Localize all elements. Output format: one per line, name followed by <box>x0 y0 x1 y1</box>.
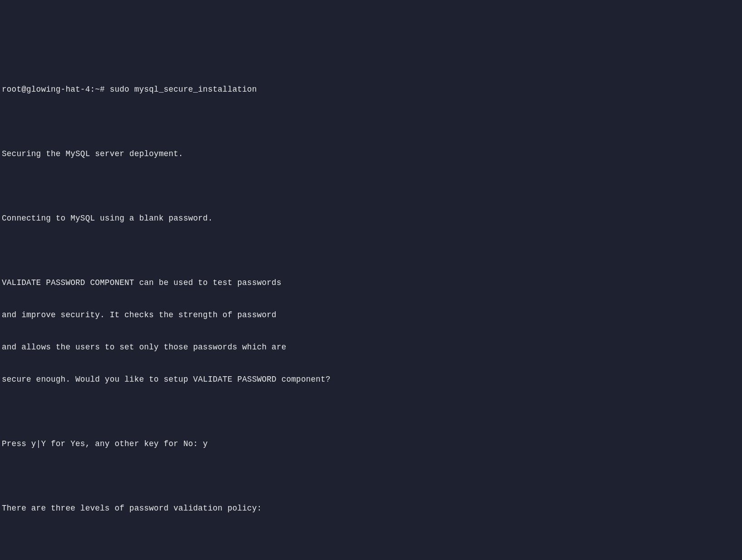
terminal-line: Press y|Y for Yes, any other key for No:… <box>2 436 740 452</box>
terminal-line <box>2 468 740 485</box>
terminal-line: root@glowing-hat-4:~# sudo mysql_secure_… <box>2 82 740 98</box>
terminal-window[interactable]: root@glowing-hat-4:~# sudo mysql_secure_… <box>0 64 742 560</box>
terminal-line <box>2 114 740 130</box>
terminal-line <box>2 178 740 195</box>
terminal-line: secure enough. Would you like to setup V… <box>2 372 740 388</box>
terminal-line: and allows the users to set only those p… <box>2 339 740 356</box>
terminal-line <box>2 404 740 420</box>
terminal-line: Connecting to MySQL using a blank passwo… <box>2 211 740 227</box>
terminal-line: VALIDATE PASSWORD COMPONENT can be used … <box>2 275 740 291</box>
terminal-line: There are three levels of password valid… <box>2 501 740 517</box>
terminal-line <box>2 243 740 259</box>
terminal-line: Securing the MySQL server deployment. <box>2 146 740 162</box>
terminal-line <box>2 533 740 549</box>
terminal-line: and improve security. It checks the stre… <box>2 307 740 324</box>
